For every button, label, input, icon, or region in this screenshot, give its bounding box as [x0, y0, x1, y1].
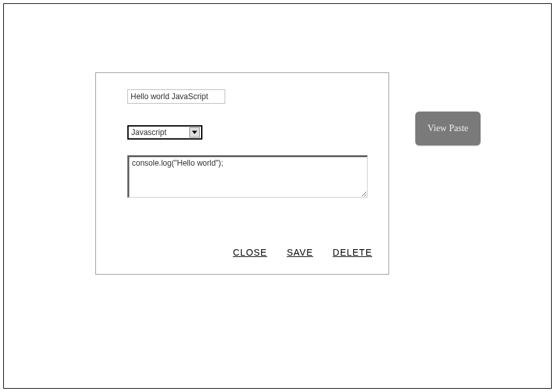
- delete-button[interactable]: DELETE: [333, 247, 372, 258]
- save-button[interactable]: SAVE: [287, 247, 313, 258]
- paste-code-textarea[interactable]: console.log("Hello world");: [127, 155, 368, 198]
- chevron-down-icon: [189, 127, 200, 138]
- paste-title-input[interactable]: [127, 89, 225, 104]
- app-frame: Javascript console.log("Hello world"); C…: [3, 3, 552, 389]
- svg-marker-0: [192, 131, 197, 134]
- language-select-value: Javascript: [131, 128, 166, 137]
- card-actions: CLOSE SAVE DELETE: [233, 247, 372, 258]
- close-button[interactable]: CLOSE: [233, 247, 267, 258]
- view-paste-button[interactable]: View Paste: [415, 112, 481, 145]
- paste-editor-card: Javascript console.log("Hello world"); C…: [95, 72, 389, 275]
- language-select[interactable]: Javascript: [127, 125, 202, 140]
